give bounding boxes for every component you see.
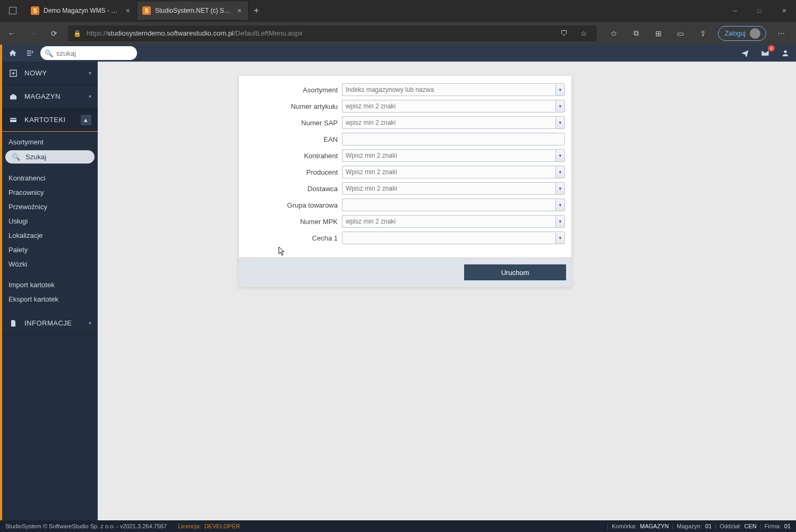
accent-strip <box>0 45 2 532</box>
combo-input[interactable] <box>342 231 555 244</box>
url-bar[interactable]: 🔒 https://studiosystemdemo.softwarestudi… <box>68 25 597 41</box>
new-tab-button[interactable]: + <box>249 6 264 15</box>
combo-input[interactable] <box>342 116 555 129</box>
login-button[interactable]: Zaloguj <box>718 26 766 41</box>
sidebar-item-szukaj[interactable]: 🔍 Szukaj <box>5 150 95 164</box>
sidebar-item-lokalizacje[interactable]: Lokalizacje <box>2 228 98 243</box>
collections-icon[interactable]: ⧉ <box>629 26 644 41</box>
combo-field[interactable]: ▼ <box>342 199 565 211</box>
svg-point-0 <box>784 50 786 53</box>
combo-input[interactable] <box>342 182 555 195</box>
tab-favicon-icon: S <box>31 6 39 15</box>
read-aloud-icon[interactable]: ▭ <box>673 26 688 41</box>
chevron-down-icon[interactable]: ▼ <box>555 83 565 96</box>
status-label: Magazyn: <box>677 523 702 529</box>
app-root: 🔍 NOWY ▾ MAGAZYN <box>0 45 796 532</box>
combo-field[interactable]: ▼ <box>342 116 565 129</box>
sidebar: NOWY ▾ MAGAZYN ▾ KARTOTEKI ▴ Asortyment … <box>2 45 98 532</box>
app-topbar: 🔍 <box>2 45 796 62</box>
svg-rect-2 <box>10 118 16 122</box>
form-row: Numer artykułu▼ <box>245 100 565 113</box>
chevron-down-icon[interactable]: ▼ <box>555 182 565 195</box>
status-value: CEN <box>744 523 756 529</box>
combo-input[interactable] <box>342 166 555 178</box>
sidebar-item-palety[interactable]: Palety <box>2 243 98 257</box>
chevron-down-icon[interactable]: ▼ <box>555 166 565 178</box>
combo-input[interactable] <box>342 149 555 162</box>
browser-addressbar: ← → ⟳ 🔒 https://studiosystemdemo.softwar… <box>0 21 796 45</box>
chevron-down-icon[interactable]: ▼ <box>555 116 565 129</box>
home-icon[interactable] <box>6 47 19 59</box>
sidebar-section-nowy[interactable]: NOWY ▾ <box>2 62 98 85</box>
combo-field[interactable]: ▼ <box>342 215 565 228</box>
form-row: Numer MPK▼ <box>245 215 565 228</box>
plane-icon[interactable] <box>739 47 751 59</box>
form-label: Numer SAP <box>245 119 342 127</box>
run-button[interactable]: Uruchom <box>464 264 566 280</box>
text-input[interactable] <box>342 133 565 145</box>
combo-field[interactable]: ▼ <box>342 166 565 178</box>
sidebar-item-eksport[interactable]: Eksport kartotek <box>2 292 98 306</box>
chevron-down-icon[interactable]: ▼ <box>555 199 565 211</box>
window-close-button[interactable]: ✕ <box>772 0 796 21</box>
close-icon[interactable]: × <box>125 6 131 15</box>
combo-field[interactable]: ▼ <box>342 182 565 195</box>
combo-field[interactable]: ▼ <box>342 231 565 244</box>
lock-icon: 🔒 <box>73 30 81 37</box>
global-search[interactable]: 🔍 <box>40 46 137 60</box>
combo-field[interactable]: ▼ <box>342 100 565 113</box>
status-label: Oddział: <box>720 523 741 529</box>
sidebar-item-uslugi[interactable]: Usługi <box>2 214 98 228</box>
section-label: MAGAZYN <box>24 92 61 100</box>
chevron-down-icon[interactable]: ▼ <box>555 100 565 113</box>
sidebar-item-kontrahenci[interactable]: Kontrahenci <box>2 171 98 185</box>
sidebar-item-import[interactable]: Import kartotek <box>2 278 98 292</box>
share-icon[interactable]: ⇪ <box>696 26 711 41</box>
sidebar-section-informacje[interactable]: INFORMACJE ▾ <box>2 312 98 335</box>
tab-overview-button[interactable] <box>0 0 25 21</box>
combo-field[interactable]: ▼ <box>342 83 565 96</box>
search-icon: 🔍 <box>44 49 54 57</box>
sidebar-section-magazyn[interactable]: MAGAZYN ▾ <box>2 85 98 108</box>
content-area: Asortyment▼Numer artykułu▼Numer SAP▼EANK… <box>98 45 796 532</box>
user-icon[interactable] <box>779 47 792 59</box>
sidebar-item-asortyment[interactable]: Asortyment <box>2 135 98 149</box>
url-text: https://studiosystemdemo.softwarestudio.… <box>87 29 551 37</box>
sidebar-section-kartoteki[interactable]: KARTOTEKI ▴ <box>2 108 98 132</box>
combo-input[interactable] <box>342 83 555 96</box>
chevron-down-icon[interactable]: ▼ <box>555 231 565 244</box>
search-input[interactable] <box>56 49 131 57</box>
sidebar-item-pracownicy[interactable]: Pracownicy <box>2 185 98 200</box>
combo-input[interactable] <box>342 199 555 211</box>
window-minimize-button[interactable]: ─ <box>723 0 747 21</box>
combo-field[interactable]: ▼ <box>342 149 565 162</box>
search-icon: 🔍 <box>12 153 20 161</box>
favorites-bar-icon[interactable]: ✩ <box>606 26 621 41</box>
forward-button[interactable]: → <box>25 26 40 41</box>
combo-input[interactable] <box>342 100 555 113</box>
refresh-button[interactable]: ⟳ <box>47 26 62 41</box>
menu-toggle-icon[interactable] <box>23 47 36 59</box>
form-label: Cecha 1 <box>245 234 342 242</box>
tracking-icon[interactable]: ⛉ <box>557 26 571 41</box>
sidebar-item-wozki[interactable]: Wózki <box>2 257 98 271</box>
chevron-down-icon[interactable]: ▼ <box>555 149 565 162</box>
form-row: Numer SAP▼ <box>245 116 565 129</box>
extensions-icon[interactable]: ⊞ <box>651 26 666 41</box>
chevron-down-icon[interactable]: ▼ <box>555 215 565 228</box>
section-label: INFORMACJE <box>24 319 72 327</box>
favorite-icon[interactable]: ☆ <box>577 26 592 41</box>
window-maximize-button[interactable]: □ <box>747 0 772 21</box>
license-value: DEVELOPER <box>204 523 240 529</box>
menu-icon[interactable]: ⋯ <box>774 26 789 41</box>
form-footer: Uruchom <box>239 258 571 287</box>
sidebar-item-przewoznicy[interactable]: Przewoźnicy <box>2 200 98 214</box>
status-value: 01 <box>784 523 791 529</box>
browser-tab-1[interactable]: S StudioSystem.NET (c) SoftwareSt × <box>137 2 249 20</box>
mail-icon[interactable] <box>759 47 772 59</box>
back-button[interactable]: ← <box>4 26 19 41</box>
sidebar-item-label: Szukaj <box>25 153 46 161</box>
browser-tab-0[interactable]: S Demo Magazyn WMS - Demo o × <box>25 2 137 20</box>
close-icon[interactable]: × <box>236 6 243 15</box>
combo-input[interactable] <box>342 215 555 228</box>
